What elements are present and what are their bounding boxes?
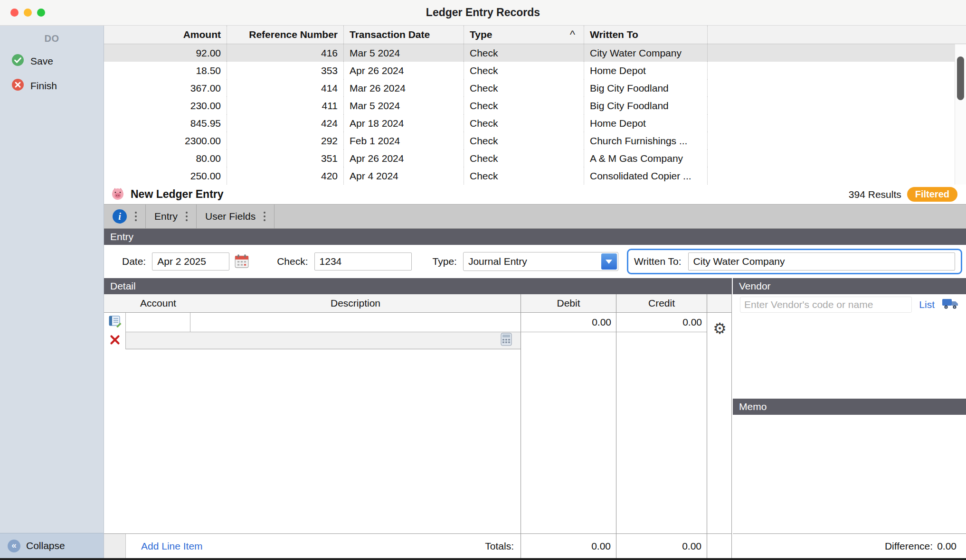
close-button[interactable] bbox=[10, 9, 19, 17]
detail-column-account: Account bbox=[126, 294, 190, 312]
footer-gutter bbox=[104, 534, 126, 558]
memo-field[interactable] bbox=[733, 415, 966, 533]
description-cell[interactable] bbox=[190, 313, 521, 332]
chevron-down-icon[interactable] bbox=[601, 253, 617, 270]
type-select[interactable]: Journal Entry bbox=[463, 252, 618, 271]
written-to-input[interactable] bbox=[688, 252, 955, 271]
truck-icon[interactable] bbox=[942, 298, 959, 312]
cell-written-to: A & M Gas Company bbox=[584, 149, 708, 167]
cell-amount: 2300.00 bbox=[104, 132, 227, 149]
table-row[interactable]: 845.95 424 Apr 18 2024 Check Home Depot bbox=[104, 114, 966, 132]
minimize-button[interactable] bbox=[24, 9, 32, 17]
ledger-entry-icon bbox=[108, 315, 122, 330]
credit-cell[interactable]: 0.00 bbox=[616, 313, 707, 332]
table-row[interactable]: 250.00 420 Apr 4 2024 Check Consolidated… bbox=[104, 167, 966, 185]
cell-amount: 367.00 bbox=[104, 79, 227, 97]
cell-type: Check bbox=[464, 149, 584, 167]
delete-line-button[interactable] bbox=[104, 332, 126, 349]
calendar-icon bbox=[234, 253, 249, 270]
calculator-icon[interactable] bbox=[501, 333, 512, 348]
sidebar: DO Save Finish « Collapse bbox=[0, 26, 104, 558]
cell-written-to: Big City Foodland bbox=[584, 79, 708, 97]
collapse-button[interactable]: « Collapse bbox=[0, 533, 104, 558]
vendor-panel: Vendor List bbox=[732, 278, 966, 558]
table-scrollbar[interactable] bbox=[955, 44, 966, 185]
cell-type: Check bbox=[464, 132, 584, 149]
sidebar-item-save[interactable]: Save bbox=[0, 49, 104, 74]
app-window: Ledger Entry Records DO Save Finish « Co… bbox=[0, 0, 966, 560]
add-line-item-link[interactable]: Add Line Item bbox=[141, 541, 203, 552]
detail-column-credit: Credit bbox=[616, 294, 707, 312]
column-header-transaction-date[interactable]: Transaction Date bbox=[344, 26, 464, 44]
cell-date: Apr 26 2024 bbox=[344, 62, 464, 79]
cell-type: Check bbox=[464, 44, 584, 62]
debit-cell[interactable]: 0.00 bbox=[521, 313, 616, 332]
line-row-button[interactable] bbox=[104, 313, 126, 332]
difference-label: Difference: bbox=[885, 541, 933, 552]
cell-type: Check bbox=[464, 97, 584, 114]
empty-credit-column bbox=[616, 349, 707, 533]
formula-cell[interactable] bbox=[126, 332, 521, 349]
menu-dots-icon[interactable] bbox=[264, 212, 265, 221]
column-header-reference-number[interactable]: Reference Number bbox=[227, 26, 344, 44]
info-button[interactable]: i bbox=[104, 205, 146, 228]
sidebar-header: DO bbox=[0, 26, 104, 49]
table-row[interactable]: 80.00 351 Apr 26 2024 Check A & M Gas Co… bbox=[104, 149, 966, 167]
debit-cell-empty[interactable] bbox=[521, 332, 616, 349]
cell-date: Feb 1 2024 bbox=[344, 132, 464, 149]
scrollbar-thumb[interactable] bbox=[957, 56, 964, 100]
zoom-button[interactable] bbox=[37, 9, 45, 17]
calendar-button[interactable] bbox=[233, 253, 250, 270]
detail-area: Detail Account Description Debit Credit bbox=[104, 278, 966, 558]
totals-debit: 0.00 bbox=[521, 534, 616, 558]
detail-panel: Detail Account Description Debit Credit bbox=[104, 278, 732, 558]
table-row[interactable]: 230.00 411 Mar 5 2024 Check Big City Foo… bbox=[104, 97, 966, 114]
detail-line-row: 0.00 0.00 bbox=[104, 313, 732, 332]
check-number-input[interactable] bbox=[314, 252, 412, 271]
vendor-search-input[interactable] bbox=[740, 297, 912, 313]
table-row[interactable]: 2300.00 292 Feb 1 2024 Check Church Furn… bbox=[104, 132, 966, 149]
column-header-type-label: Type bbox=[470, 29, 492, 40]
collapse-icon: « bbox=[8, 540, 20, 552]
tab-entry-label: Entry bbox=[154, 211, 178, 222]
footer-actions-cell bbox=[707, 534, 732, 558]
empty-lines-area bbox=[104, 349, 521, 533]
cell-reference: 414 bbox=[227, 79, 344, 97]
table-row[interactable]: 18.50 353 Apr 26 2024 Check Home Depot bbox=[104, 62, 966, 79]
cell-filler bbox=[708, 167, 966, 185]
sidebar-item-finish[interactable]: Finish bbox=[0, 74, 104, 98]
traffic-lights bbox=[10, 0, 45, 25]
cell-amount: 250.00 bbox=[104, 167, 227, 185]
vendor-list-link[interactable]: List bbox=[919, 299, 935, 310]
gear-icon[interactable]: ⚙ bbox=[713, 321, 727, 336]
menu-dots-icon[interactable] bbox=[135, 212, 137, 221]
column-header-written-to[interactable]: Written To bbox=[584, 26, 708, 44]
difference-value: 0.00 bbox=[937, 541, 957, 552]
table-row[interactable]: 92.00 416 Mar 5 2024 Check City Water Co… bbox=[104, 44, 966, 62]
detail-grid-header: Account Description Debit Credit bbox=[104, 294, 732, 313]
detail-column-debit: Debit bbox=[521, 294, 616, 312]
records-table: Amount Reference Number Transaction Date… bbox=[104, 26, 966, 185]
detail-footer: Add Line Item Totals: 0.00 0.00 bbox=[104, 533, 732, 558]
account-cell[interactable] bbox=[126, 313, 190, 332]
empty-debit-column bbox=[521, 349, 616, 533]
collapse-label: Collapse bbox=[26, 540, 65, 551]
section-header-entry: Entry bbox=[104, 229, 966, 245]
check-label: Check: bbox=[277, 256, 308, 267]
column-header-amount[interactable]: Amount bbox=[104, 26, 227, 44]
cell-date: Apr 4 2024 bbox=[344, 167, 464, 185]
tab-user-fields-label: User Fields bbox=[205, 211, 256, 222]
difference-footer: Difference: 0.00 bbox=[733, 533, 966, 558]
filtered-badge[interactable]: Filtered bbox=[907, 187, 957, 202]
credit-cell-empty[interactable] bbox=[616, 332, 707, 349]
tab-entry[interactable]: Entry bbox=[146, 205, 197, 228]
date-input[interactable] bbox=[152, 252, 229, 271]
column-header-type[interactable]: Type ^ bbox=[464, 26, 584, 44]
save-label: Save bbox=[30, 56, 53, 67]
check-circle-icon bbox=[11, 54, 24, 69]
tab-bar: i Entry User Fields bbox=[104, 204, 966, 229]
menu-dots-icon[interactable] bbox=[186, 212, 188, 221]
tab-user-fields[interactable]: User Fields bbox=[197, 205, 275, 228]
cell-date: Mar 5 2024 bbox=[344, 97, 464, 114]
table-row[interactable]: 367.00 414 Mar 26 2024 Check Big City Fo… bbox=[104, 79, 966, 97]
